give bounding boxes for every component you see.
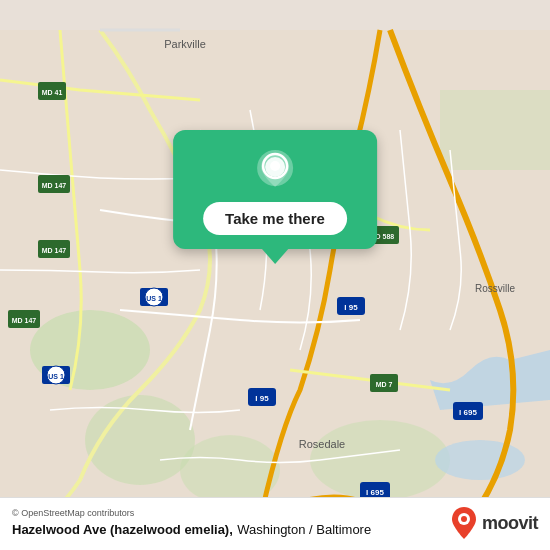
svg-text:MD 147: MD 147 (12, 317, 37, 324)
bottom-bar-left: © OpenStreetMap contributors Hazelwood A… (12, 508, 450, 538)
location-name: Hazelwood Ave (hazelwood emelia), (12, 522, 233, 537)
svg-text:Rossville: Rossville (475, 283, 515, 294)
svg-text:I 695: I 695 (366, 488, 384, 497)
map-container: I 695 I 695 I 95 I 95 US 1 US 1 MD 41 MD… (0, 0, 550, 550)
svg-point-41 (461, 516, 467, 522)
svg-text:I 95: I 95 (255, 394, 269, 403)
location-pin-icon (253, 148, 297, 192)
map-svg: I 695 I 695 I 95 I 95 US 1 US 1 MD 41 MD… (0, 0, 550, 550)
svg-text:I 695: I 695 (459, 408, 477, 417)
svg-text:I 95: I 95 (344, 303, 358, 312)
moovit-pin-icon (450, 506, 478, 540)
popup-box: Take me there (173, 130, 377, 249)
location-region: Washington / Baltimore (237, 522, 371, 537)
popup-triangle (261, 248, 289, 264)
location-info: Hazelwood Ave (hazelwood emelia), Washin… (12, 520, 450, 538)
bottom-bar: © OpenStreetMap contributors Hazelwood A… (0, 497, 550, 550)
svg-text:Parkville: Parkville (164, 38, 206, 50)
svg-text:US 1: US 1 (146, 295, 162, 302)
attribution-text: © OpenStreetMap contributors (12, 508, 134, 518)
svg-rect-4 (440, 90, 550, 170)
svg-point-6 (435, 440, 525, 480)
svg-text:MD 147: MD 147 (42, 247, 67, 254)
svg-text:MD 41: MD 41 (42, 89, 63, 96)
attribution: © OpenStreetMap contributors (12, 508, 450, 518)
moovit-text: moovit (482, 513, 538, 534)
moovit-logo: moovit (450, 506, 538, 540)
svg-text:MD 7: MD 7 (376, 381, 393, 388)
svg-point-39 (270, 161, 280, 171)
svg-text:MD 147: MD 147 (42, 182, 67, 189)
take-me-there-button[interactable]: Take me there (203, 202, 347, 235)
svg-text:Rosedale: Rosedale (299, 438, 345, 450)
svg-text:US 1: US 1 (48, 373, 64, 380)
location-popup: Take me there (173, 130, 377, 264)
